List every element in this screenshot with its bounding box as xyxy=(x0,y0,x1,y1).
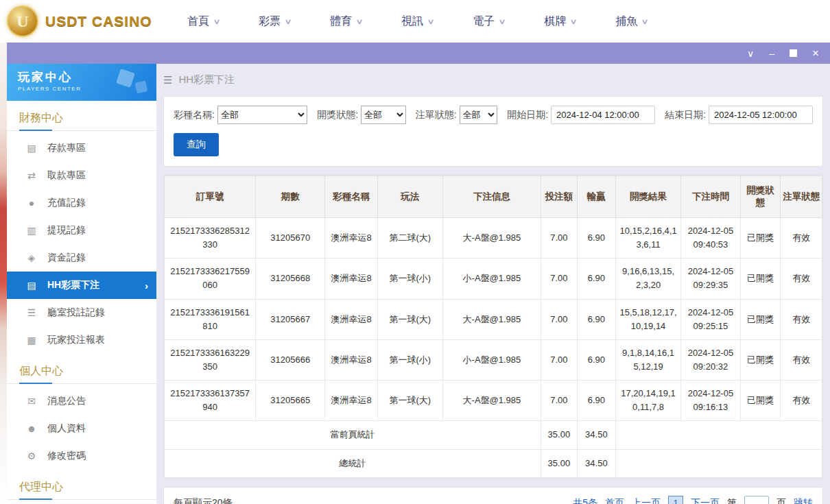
filter-panel: 彩種名稱: 全部 開獎狀態: 全部 注單狀態: 全部 開始日期: xyxy=(163,96,823,167)
sidebar-item-label: 廳室投註記錄 xyxy=(47,307,105,319)
nav-item[interactable]: 棋牌∨ xyxy=(544,14,576,29)
cell-order: 2152173336191561810 xyxy=(165,299,256,339)
sidebar-item[interactable]: ⇄取款專區 xyxy=(7,162,156,189)
cell-winloss: 6.90 xyxy=(577,218,616,259)
cell-amount: 7.00 xyxy=(541,299,577,339)
table-row: 215217333628531233031205670澳洲幸运8第二球(大)大-… xyxy=(165,218,822,259)
sidebar-item-label: 充值記錄 xyxy=(47,197,86,209)
withdraw-icon: ⇄ xyxy=(26,170,37,181)
nav-item[interactable]: 捕魚∨ xyxy=(615,14,648,29)
jump-prefix-label: 第 xyxy=(727,497,737,504)
hamburger-icon[interactable]: ☰ xyxy=(163,74,172,86)
column-header-result: 開獎結果 xyxy=(616,176,681,218)
window-minimize-icon[interactable]: – xyxy=(769,49,774,58)
players-center-card: 玩家中心 PLAYERS CENTER xyxy=(7,64,156,101)
first-page-link[interactable]: 首页 xyxy=(605,497,624,504)
nav-item[interactable]: 彩票∨ xyxy=(259,14,291,29)
sidebar-item[interactable]: ⚙修改密碼 xyxy=(7,442,156,470)
nav-item[interactable]: 電子∨ xyxy=(473,14,505,29)
cell-play: 第二球(大) xyxy=(377,218,442,259)
sidebar-item-label: 存款專區 xyxy=(47,142,86,154)
cell-lottery: 澳洲幸运8 xyxy=(325,218,378,259)
site-header: U USDT CASINO 首頁∨彩票∨體育∨視訊∨電子∨棋牌∨捕魚∨ xyxy=(0,0,830,43)
lottery-name-select[interactable]: 全部 xyxy=(217,106,307,124)
sidebar-section-title: 個人中心 xyxy=(7,354,156,384)
nav-item-label: 棋牌 xyxy=(544,14,566,29)
jump-button[interactable]: 跳转 xyxy=(794,497,813,504)
sidebar-item[interactable]: ✉消息公告 xyxy=(7,387,156,415)
sidebar-item[interactable]: ▤HH彩票下注› xyxy=(7,272,156,299)
logo-text: USDT CASINO xyxy=(45,13,152,29)
column-header-drawstatus: 開獎狀態 xyxy=(740,176,781,218)
table-row: 215217333613735794031205665澳洲幸运8第一球(大)大-… xyxy=(165,381,822,421)
nav-item[interactable]: 首頁∨ xyxy=(187,14,220,29)
chevron-down-icon: ∨ xyxy=(427,17,435,26)
nav-item-label: 彩票 xyxy=(259,14,281,29)
cell-winloss: 6.90 xyxy=(577,381,616,421)
sidebar-item[interactable]: ☻個人資料 xyxy=(7,415,156,442)
bet-table-body: 215217333628531233031205670澳洲幸运8第二球(大)大-… xyxy=(165,218,822,421)
sidebar-item[interactable]: ◈資金記錄 xyxy=(7,244,156,272)
sidebar: 玩家中心 PLAYERS CENTER 財務中心▤存款專區⇄取款專區●充值記錄▥… xyxy=(7,64,156,504)
cell-drawstatus: 已開獎 xyxy=(740,299,781,339)
cell-amount: 7.00 xyxy=(541,339,577,380)
cell-issue: 31205667 xyxy=(256,299,325,339)
pagination: 共5条 首页 上一页 1 下一页 第 页 跳转 xyxy=(573,496,813,504)
cell-betinfo: 大-A盤@1.985 xyxy=(442,381,541,421)
query-button[interactable]: 查詢 xyxy=(174,133,219,156)
cell-time: 2024-12-05 09:16:13 xyxy=(681,381,741,421)
prev-page-link[interactable]: 上一页 xyxy=(632,497,661,504)
table-footer: 每頁顯示20條 共5条 首页 上一页 1 下一页 第 页 跳转 xyxy=(163,487,823,504)
chevron-down-icon: ∨ xyxy=(213,17,220,26)
cell-time: 2024-12-05 09:40:53 xyxy=(681,218,741,259)
nav-item-label: 捕魚 xyxy=(615,14,637,29)
background-page-strip xyxy=(0,43,7,504)
window-maximize-icon[interactable] xyxy=(790,49,797,57)
grand-total-label: 總統計 xyxy=(165,449,541,477)
sidebar-item[interactable]: ☰廳室投註記錄 xyxy=(7,299,156,326)
sidebar-item[interactable]: ▦玩家投注報表 xyxy=(7,326,156,354)
cell-result: 9,16,6,13,15,2,3,20 xyxy=(616,259,681,299)
main-content: ☰ HH彩票下注 彩種名稱: 全部 開獎狀態: 全部 注單狀態: xyxy=(156,64,830,504)
nav-item[interactable]: 體育∨ xyxy=(330,14,362,29)
order-status-select[interactable]: 全部 xyxy=(460,106,498,124)
logo[interactable]: U USDT CASINO xyxy=(7,5,168,37)
next-page-link[interactable]: 下一页 xyxy=(691,497,720,504)
cell-lottery: 澳洲幸运8 xyxy=(325,339,378,380)
current-page-indicator[interactable]: 1 xyxy=(668,496,683,504)
bet-table: 訂單號期數彩種名稱玩法下注信息投注額輸贏開獎結果下注時間開獎狀態注單狀態 215… xyxy=(164,176,822,478)
cell-drawstatus: 已開獎 xyxy=(740,218,781,259)
player-report-icon: ▦ xyxy=(26,335,37,346)
end-date-input[interactable] xyxy=(709,106,813,124)
order-status-label: 注單狀態: xyxy=(416,109,457,121)
page-total-label: 當前頁統計 xyxy=(165,421,541,449)
nav-item-label: 視訊 xyxy=(401,14,423,29)
lottery-name-label: 彩種名稱: xyxy=(174,109,215,121)
sidebar-section-title: 財務中心 xyxy=(7,101,156,131)
start-date-label: 開始日期: xyxy=(507,109,548,121)
cell-orderstatus: 有效 xyxy=(781,339,822,380)
cell-orderstatus: 有效 xyxy=(781,218,822,259)
sidebar-item-label: 取款專區 xyxy=(47,169,86,182)
cell-order: 2152173336285312330 xyxy=(165,218,256,259)
cell-order: 2152173336137357940 xyxy=(165,381,256,421)
cell-orderstatus: 有效 xyxy=(781,259,822,299)
cell-betinfo: 大-A盤@1.985 xyxy=(442,299,541,339)
start-date-input[interactable] xyxy=(551,106,655,124)
chevron-down-icon: ∨ xyxy=(641,17,649,26)
sidebar-item[interactable]: ●充值記錄 xyxy=(7,189,156,217)
cell-result: 10,15,2,16,4,13,6,11 xyxy=(616,218,681,259)
sidebar-item[interactable]: ▤存款專區 xyxy=(7,134,156,162)
nav-item[interactable]: 視訊∨ xyxy=(401,14,434,29)
window-collapse-icon[interactable]: ∨ xyxy=(747,49,754,58)
lottery-bet-icon: ▤ xyxy=(26,280,37,291)
cell-amount: 7.00 xyxy=(541,218,577,259)
breadcrumb: ☰ HH彩票下注 xyxy=(163,64,823,96)
sidebar-item[interactable]: ▥提現記錄 xyxy=(7,217,156,244)
column-header-play: 玩法 xyxy=(377,176,442,218)
window-close-icon[interactable]: × xyxy=(812,47,819,59)
draw-status-select[interactable]: 全部 xyxy=(361,106,406,124)
page-jump-input[interactable] xyxy=(744,496,769,504)
announcement-icon: ✉ xyxy=(26,396,37,407)
page-title: HH彩票下注 xyxy=(178,73,235,86)
